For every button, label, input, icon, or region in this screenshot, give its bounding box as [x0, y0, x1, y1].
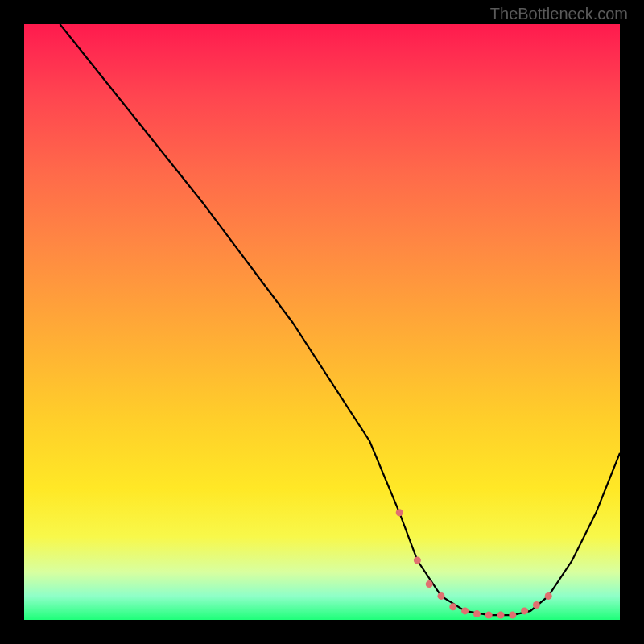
- valley-marker: [521, 607, 528, 614]
- valley-marker: [438, 592, 445, 600]
- valley-marker: [497, 612, 505, 619]
- valley-marker: [473, 610, 481, 617]
- valley-marker: [509, 612, 516, 619]
- chart-plot-area: [24, 24, 620, 620]
- watermark-text: TheBottleneck.com: [490, 5, 628, 23]
- valley-marker: [545, 592, 552, 600]
- valley-marker: [426, 580, 433, 588]
- chart-svg: [24, 24, 620, 620]
- valley-marker: [461, 607, 469, 614]
- valley-marker: [485, 612, 493, 619]
- valley-marker: [396, 509, 403, 516]
- valley-marker: [414, 557, 421, 564]
- bottleneck-curve-line: [60, 24, 620, 615]
- valley-marker: [449, 603, 456, 610]
- valley-marker: [533, 601, 540, 609]
